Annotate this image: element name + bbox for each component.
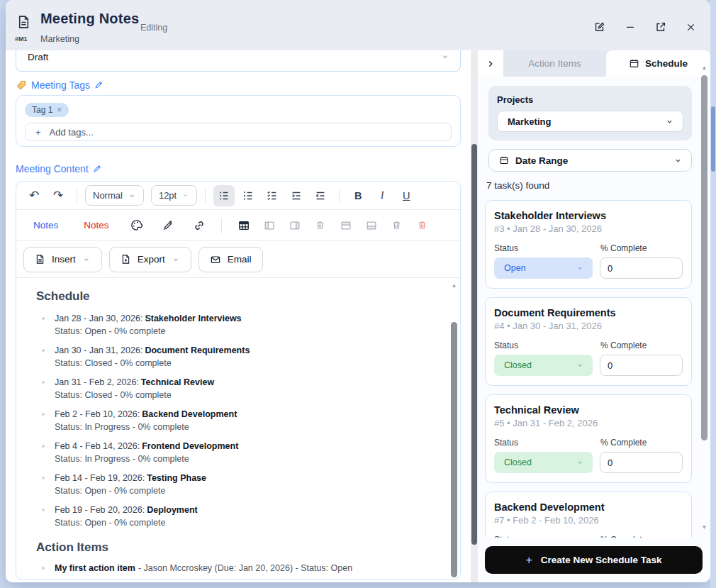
date-range-button[interactable]: Date Range bbox=[488, 149, 692, 172]
item-dates: Feb 4 - Feb 14, 2026: bbox=[55, 441, 140, 451]
status-label: Status bbox=[494, 340, 600, 350]
underline-button[interactable]: U bbox=[396, 185, 417, 206]
minimize-button[interactable] bbox=[625, 21, 636, 33]
action-items-list: My first action item- Jason Mccroskey (D… bbox=[36, 562, 430, 575]
editor-scrollbar[interactable]: ▲ bbox=[450, 281, 458, 577]
edit-button[interactable] bbox=[593, 21, 606, 33]
item-dates: Feb 14 - Feb 19, 2026: bbox=[55, 473, 145, 483]
add-tags-input[interactable]: + Add tags... bbox=[25, 123, 452, 141]
insert-row-below-button[interactable] bbox=[361, 215, 382, 236]
item-status: Status: Open - 0% complete bbox=[55, 484, 430, 497]
insert-label: Insert bbox=[52, 254, 76, 265]
notes-red-button[interactable]: Notes bbox=[78, 220, 114, 231]
italic-button[interactable]: I bbox=[371, 185, 393, 206]
editor-toolbar-format: ↶ ↷ Normal 12pt bbox=[16, 182, 460, 210]
edit-tags-icon[interactable] bbox=[94, 80, 104, 89]
schedule-list-item: Jan 31 - Feb 2, 2026:Technical Review St… bbox=[36, 376, 430, 401]
check-list-button[interactable] bbox=[262, 185, 283, 206]
create-schedule-task-button[interactable]: + Create New Schedule Task bbox=[485, 546, 703, 574]
redo-button[interactable]: ↷ bbox=[47, 185, 69, 206]
task-meta: #7 • Feb 2 - Feb 10, 2026 bbox=[494, 515, 683, 526]
calendar-icon bbox=[499, 155, 509, 165]
insert-column-left-button[interactable] bbox=[259, 215, 280, 236]
right-sidebar: Action Items Schedule Projects Marketing bbox=[478, 50, 710, 582]
task-status-select[interactable]: Open bbox=[494, 257, 593, 279]
task-status-select[interactable]: Closed bbox=[494, 355, 593, 376]
chevron-down-icon bbox=[128, 192, 136, 200]
action-item-detail: - Jason Mccroskey (Due: Jan 20, 2026) - … bbox=[138, 563, 352, 573]
page-scrollbar-thumb[interactable] bbox=[711, 106, 715, 172]
tab-action-items[interactable]: Action Items bbox=[503, 50, 606, 77]
form-scrollbar-thumb[interactable] bbox=[471, 144, 477, 545]
item-task: Deployment bbox=[147, 505, 198, 515]
editing-status: Editing bbox=[140, 23, 167, 33]
file-icon bbox=[35, 254, 45, 265]
insert-column-right-button[interactable] bbox=[284, 215, 306, 236]
tag-chip[interactable]: Tag 1 × bbox=[25, 103, 69, 117]
remove-tag-icon[interactable]: × bbox=[57, 105, 62, 115]
bold-button[interactable]: B bbox=[347, 185, 369, 206]
scroll-up-arrow-icon[interactable]: ▲ bbox=[450, 282, 458, 289]
document-content[interactable]: Schedule Jan 28 - Jan 30, 2026:Stakehold… bbox=[16, 278, 460, 579]
notes-blue-button[interactable]: Notes bbox=[28, 220, 64, 231]
percent-complete-input[interactable] bbox=[600, 257, 683, 279]
dialog-header: Meeting Notes Editing #M1 Marketing bbox=[6, 0, 710, 50]
percent-complete-input[interactable] bbox=[600, 355, 683, 376]
task-meta: #5 • Jan 31 - Feb 2, 2026 bbox=[494, 418, 683, 428]
scroll-down-arrow-icon[interactable]: ▼ bbox=[700, 524, 709, 531]
insert-menu-button[interactable]: Insert bbox=[23, 247, 102, 272]
complete-label: % Complete bbox=[600, 243, 647, 253]
undo-button[interactable]: ↶ bbox=[23, 185, 45, 206]
edit-content-icon[interactable] bbox=[93, 164, 102, 173]
export-menu-button[interactable]: Export bbox=[109, 247, 191, 272]
create-schedule-task-label: Create New Schedule Task bbox=[541, 555, 662, 565]
project-select[interactable]: Marketing bbox=[497, 111, 683, 132]
scroll-up-arrow-icon[interactable]: ▲ bbox=[700, 65, 709, 71]
doc-number: #M1 bbox=[15, 35, 28, 43]
chevron-down-icon bbox=[440, 52, 450, 62]
sidebar-scrollbar[interactable]: ▲ ▼ bbox=[700, 50, 709, 582]
document-icon bbox=[16, 14, 31, 30]
delete-row-button[interactable] bbox=[386, 215, 408, 236]
editor-scrollbar-thumb[interactable] bbox=[451, 322, 457, 577]
indent-button[interactable] bbox=[286, 185, 307, 206]
outdent-button[interactable] bbox=[310, 185, 331, 206]
insert-row-above-button[interactable] bbox=[335, 215, 357, 236]
font-size-select[interactable]: 12pt bbox=[151, 185, 197, 206]
link-button[interactable] bbox=[189, 215, 210, 236]
action-item-title: My first action item bbox=[55, 563, 135, 573]
form-scrollbar[interactable] bbox=[471, 50, 478, 582]
email-button[interactable]: Email bbox=[198, 247, 263, 272]
schedule-list-item: Feb 19 - Feb 20, 2026:Deployment Status:… bbox=[36, 504, 430, 529]
highlighter-button[interactable] bbox=[157, 215, 179, 236]
close-icon[interactable] bbox=[686, 22, 696, 33]
tag-icon bbox=[16, 79, 27, 91]
complete-label: % Complete bbox=[600, 340, 647, 350]
paragraph-style-select[interactable]: Normal bbox=[85, 185, 144, 206]
tab-schedule[interactable]: Schedule bbox=[606, 50, 710, 77]
meeting-status-select[interactable]: Draft bbox=[16, 50, 461, 72]
percent-complete-input[interactable] bbox=[600, 452, 683, 473]
numbered-list-button[interactable] bbox=[237, 185, 259, 206]
tag-chip-label: Tag 1 bbox=[32, 105, 52, 115]
sidebar-scrollbar-thumb[interactable] bbox=[701, 75, 707, 440]
insert-table-button[interactable] bbox=[233, 215, 254, 236]
task-title: Stakeholder Interviews bbox=[494, 210, 683, 221]
page-title: Meeting Notes bbox=[40, 11, 139, 27]
delete-table-button[interactable] bbox=[412, 215, 433, 236]
text-color-palette-button[interactable] bbox=[126, 215, 147, 236]
page-scrollbar[interactable] bbox=[710, 0, 716, 588]
bullet-list-button[interactable] bbox=[213, 185, 235, 206]
task-card: Technical Review #5 • Jan 31 - Feb 2, 20… bbox=[485, 394, 692, 483]
meeting-tags-header: Meeting Tags bbox=[16, 79, 461, 91]
divider bbox=[221, 218, 222, 233]
collapse-sidebar-button[interactable] bbox=[478, 50, 503, 77]
date-range-label: Date Range bbox=[515, 155, 568, 166]
open-external-button[interactable] bbox=[654, 21, 667, 33]
chevron-down-icon bbox=[576, 264, 584, 272]
chevron-down-icon bbox=[181, 192, 189, 199]
delete-column-button[interactable] bbox=[310, 215, 331, 236]
task-status-select[interactable]: Closed bbox=[494, 452, 593, 473]
schedule-list: Jan 28 - Jan 30, 2026:Stakeholder Interv… bbox=[36, 312, 430, 529]
task-status-value: Closed bbox=[504, 457, 532, 467]
